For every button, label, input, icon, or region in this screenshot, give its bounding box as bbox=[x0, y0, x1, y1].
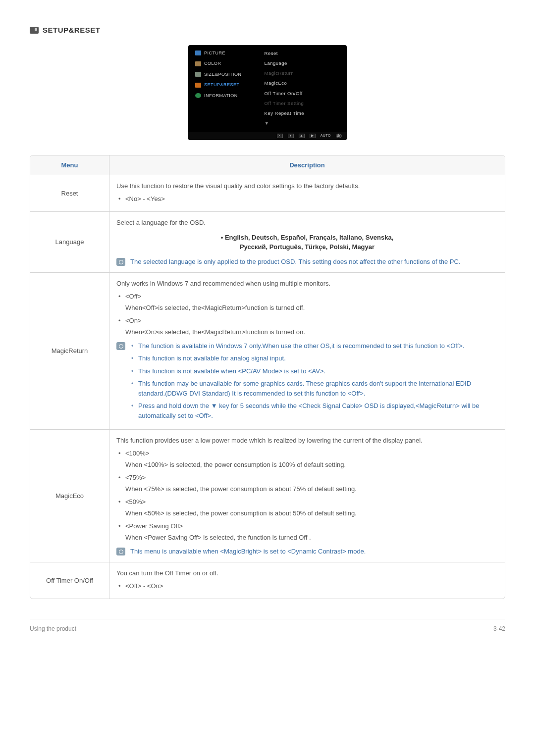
osd-footer: ✕ ▼ ▲ ▶ AUTO ⏻ bbox=[188, 132, 347, 140]
language-list-line1: • English, Deutsch, Español, Français, I… bbox=[116, 233, 498, 243]
magiceco-100-desc: When <100%> is selected, the power consu… bbox=[116, 460, 498, 470]
magiceco-75-label: <75%> bbox=[116, 473, 498, 483]
magiceco-100-label: <100%> bbox=[116, 449, 498, 458]
osd-item-picture: PICTURE bbox=[195, 50, 265, 57]
magiceco-psoff-label: <Power Saving Off> bbox=[116, 521, 498, 531]
menu-name-magicreturn: MagicReturn bbox=[30, 272, 109, 429]
down-icon: ▼ bbox=[288, 134, 294, 138]
magicreturn-on-label: <On> bbox=[116, 316, 498, 326]
info-icon bbox=[195, 93, 201, 98]
osd-right-menu: Reset Language MagicReturn MagicEco Off … bbox=[265, 50, 347, 127]
magicreturn-off-label: <Off> bbox=[116, 292, 498, 302]
offtimer-text: You can turn the Off Timer on or off. bbox=[116, 568, 498, 578]
osd-opt-offtimer-onoff: Off Timer On/Off bbox=[265, 90, 342, 97]
osd-item-sizeposition: SIZE&POSITION bbox=[195, 71, 265, 78]
menu-name-offtimer: Off Timer On/Off bbox=[30, 562, 109, 599]
osd-item-setupreset: SETUP&RESET bbox=[195, 82, 265, 89]
menu-desc-reset: Use this function to restore the visual … bbox=[109, 175, 505, 211]
reset-options: <No> - <Yes> bbox=[116, 194, 498, 204]
osd-left-menu: PICTURE COLOR SIZE&POSITION SETUP&RESET … bbox=[188, 50, 265, 127]
footer-right: 3-42 bbox=[493, 624, 505, 633]
magiceco-note: This menu is unavailable when <MagicBrig… bbox=[116, 547, 498, 556]
osd-opt-language: Language bbox=[265, 60, 342, 67]
magiceco-note-text: This menu is unavailable when <MagicBrig… bbox=[130, 547, 366, 556]
magicreturn-note-1: The function is available in Windows 7 o… bbox=[130, 341, 498, 351]
offtimer-options: <Off> - <On> bbox=[116, 581, 498, 591]
note-icon bbox=[116, 258, 125, 266]
magicreturn-on-desc: When<On>is selected, the<MagicReturn>fun… bbox=[116, 327, 498, 337]
select-icon: ▶ bbox=[310, 134, 316, 138]
up-icon: ▲ bbox=[299, 134, 305, 138]
language-note-text: The selected language is only applied to… bbox=[130, 257, 461, 267]
magiceco-intro: This function provides user a low power … bbox=[116, 436, 498, 446]
table-row: MagicReturn Only works in Windows 7 and … bbox=[30, 272, 505, 429]
osd-item-information: INFORMATION bbox=[195, 93, 265, 100]
osd-panel: PICTURE COLOR SIZE&POSITION SETUP&RESET … bbox=[188, 45, 347, 140]
magiceco-50-label: <50%> bbox=[116, 497, 498, 507]
col-header-menu: Menu bbox=[30, 155, 109, 176]
col-header-description: Description bbox=[109, 155, 505, 176]
menu-name-magiceco: MagicEco bbox=[30, 429, 109, 562]
table-row: Language Select a language for the OSD. … bbox=[30, 211, 505, 272]
magiceco-75-desc: When <75%> is selected, the power consum… bbox=[116, 484, 498, 494]
magiceco-50-desc: When <50%> is selected, the power consum… bbox=[116, 508, 498, 518]
section-title: SETUP&RESET bbox=[43, 25, 100, 36]
note-icon bbox=[116, 548, 125, 555]
osd-opt-offtimer-setting: Off Timer Setting bbox=[265, 100, 342, 107]
close-icon: ✕ bbox=[277, 134, 283, 138]
osd-label: SETUP&RESET bbox=[204, 82, 240, 89]
menu-desc-language: Select a language for the OSD. • English… bbox=[109, 211, 505, 272]
osd-opt-magiceco: MagicEco bbox=[265, 80, 342, 87]
osd-footer-auto: AUTO bbox=[321, 133, 331, 139]
size-icon bbox=[195, 72, 201, 77]
menu-description-table: Menu Description Reset Use this function… bbox=[30, 155, 505, 600]
language-note: The selected language is only applied to… bbox=[116, 257, 498, 267]
magicreturn-intro: Only works in Windows 7 and recommended … bbox=[116, 279, 498, 289]
menu-name-reset: Reset bbox=[30, 175, 109, 211]
table-row: Off Timer On/Off You can turn the Off Ti… bbox=[30, 562, 505, 599]
picture-icon bbox=[195, 50, 201, 55]
monitor-icon bbox=[30, 27, 39, 34]
magicreturn-note-3: This function is not available when <PC/… bbox=[130, 366, 498, 376]
language-list: • English, Deutsch, Español, Français, I… bbox=[116, 233, 498, 252]
osd-label: SIZE&POSITION bbox=[204, 71, 242, 78]
osd-arrow-down: ▼ bbox=[265, 120, 342, 127]
magicreturn-note-list: The function is available in Windows 7 o… bbox=[130, 341, 498, 424]
osd-opt-reset: Reset bbox=[265, 50, 342, 57]
magicreturn-note-4: This function may be unavailable for som… bbox=[130, 379, 498, 398]
page-footer: Using the product 3-42 bbox=[30, 619, 505, 633]
menu-desc-magiceco: This function provides user a low power … bbox=[109, 429, 505, 562]
magiceco-psoff-desc: When <Power Saving Off> is selected, the… bbox=[116, 533, 498, 543]
menu-desc-offtimer: You can turn the Off Timer on or off. <O… bbox=[109, 562, 505, 599]
magicreturn-note-2: This function is not available for analo… bbox=[130, 353, 498, 363]
osd-opt-magicreturn: MagicReturn bbox=[265, 70, 342, 77]
osd-label: PICTURE bbox=[204, 50, 225, 57]
menu-name-language: Language bbox=[30, 211, 109, 272]
magicreturn-note-5: Press and hold down the ▼ key for 5 seco… bbox=[130, 401, 498, 420]
osd-label: INFORMATION bbox=[204, 93, 238, 100]
magicreturn-off-desc: When<Off>is selected, the<MagicReturn>fu… bbox=[116, 303, 498, 313]
language-list-line2: Русский, Português, Türkçe, Polski, Magy… bbox=[116, 242, 498, 252]
magicreturn-notes: The function is available in Windows 7 o… bbox=[116, 341, 498, 424]
palette-icon bbox=[195, 61, 201, 66]
reset-text: Use this function to restore the visual … bbox=[116, 181, 498, 191]
note-icon bbox=[116, 342, 125, 350]
section-header: SETUP&RESET bbox=[30, 25, 505, 36]
osd-label: COLOR bbox=[204, 60, 221, 67]
table-row: Reset Use this function to restore the v… bbox=[30, 175, 505, 211]
osd-screenshot: PICTURE COLOR SIZE&POSITION SETUP&RESET … bbox=[30, 45, 505, 140]
osd-item-color: COLOR bbox=[195, 60, 265, 67]
language-intro: Select a language for the OSD. bbox=[116, 218, 498, 228]
osd-body: PICTURE COLOR SIZE&POSITION SETUP&RESET … bbox=[188, 45, 347, 132]
table-row: MagicEco This function provides user a l… bbox=[30, 429, 505, 562]
power-icon: ⏻ bbox=[336, 134, 342, 138]
footer-left: Using the product bbox=[30, 624, 76, 633]
gear-icon bbox=[195, 83, 201, 88]
menu-desc-magicreturn: Only works in Windows 7 and recommended … bbox=[109, 272, 505, 429]
osd-opt-keyrepeat: Key Repeat Time bbox=[265, 110, 342, 117]
